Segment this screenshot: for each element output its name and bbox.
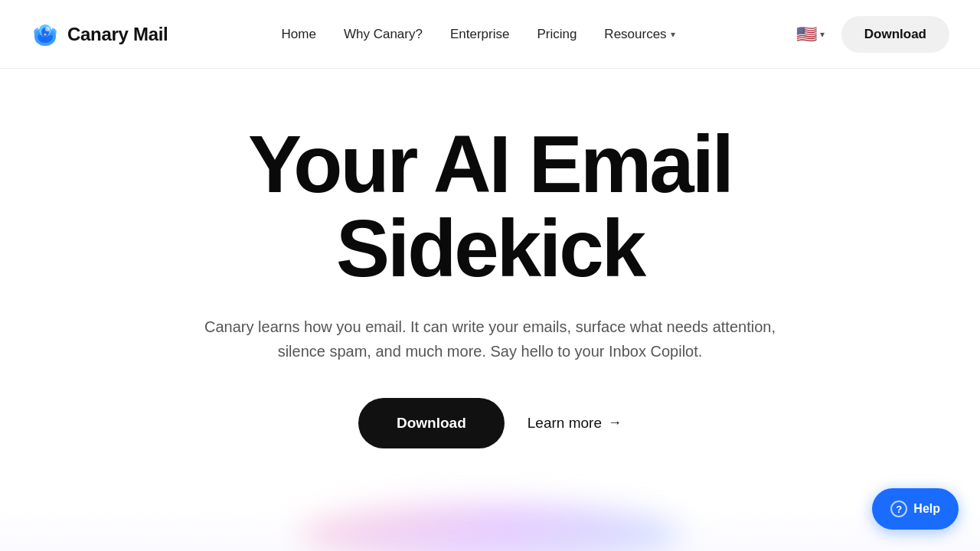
hero-title-line1: Your AI Email <box>248 119 732 209</box>
decorative-blob <box>299 505 681 551</box>
nav-item-pricing[interactable]: Pricing <box>537 27 577 42</box>
nav-dropdown-resources[interactable]: Resources ▾ <box>604 27 675 42</box>
hero-title-line2: Sidekick <box>336 204 644 293</box>
svg-point-4 <box>45 27 50 31</box>
resources-label: Resources <box>604 27 666 42</box>
nav-item-resources[interactable]: Resources ▾ <box>604 27 675 42</box>
arrow-right-icon: → <box>608 415 622 431</box>
nav-download-button[interactable]: Download <box>841 16 949 53</box>
hero-cta-buttons: Download Learn more → <box>358 398 622 448</box>
hero-download-button[interactable]: Download <box>358 398 505 448</box>
help-label: Help <box>913 502 940 516</box>
resources-chevron-icon: ▾ <box>671 29 675 40</box>
logo-link[interactable]: Canary Mail <box>31 20 168 49</box>
nav-link-pricing[interactable]: Pricing <box>537 27 577 41</box>
nav-links: Home Why Canary? Enterprise Pricing Reso… <box>282 27 675 42</box>
flag-us-icon: 🇺🇸 <box>796 24 817 44</box>
nav-item-enterprise[interactable]: Enterprise <box>450 27 509 42</box>
nav-link-enterprise[interactable]: Enterprise <box>450 27 509 41</box>
help-button[interactable]: ? Help <box>872 488 959 530</box>
nav-item-home[interactable]: Home <box>282 27 316 42</box>
hero-subtitle: Canary learns how you email. It can writ… <box>199 315 781 364</box>
hero-title: Your AI Email Sidekick <box>248 122 732 292</box>
navbar-right: 🇺🇸 ▾ Download <box>789 16 949 53</box>
language-selector[interactable]: 🇺🇸 ▾ <box>789 20 832 49</box>
learn-more-label: Learn more <box>528 415 602 432</box>
nav-link-why-canary[interactable]: Why Canary? <box>344 27 423 41</box>
canary-logo-icon <box>31 20 60 49</box>
help-circle-icon: ? <box>890 500 907 517</box>
hero-section: Your AI Email Sidekick Canary learns how… <box>0 69 980 448</box>
brand-name: Canary Mail <box>67 24 168 45</box>
hero-learn-more-link[interactable]: Learn more → <box>528 415 622 432</box>
nav-item-why-canary[interactable]: Why Canary? <box>344 27 423 42</box>
lang-chevron-icon: ▾ <box>820 29 825 40</box>
navbar: Canary Mail Home Why Canary? Enterprise … <box>0 0 980 69</box>
nav-link-home[interactable]: Home <box>282 27 316 41</box>
